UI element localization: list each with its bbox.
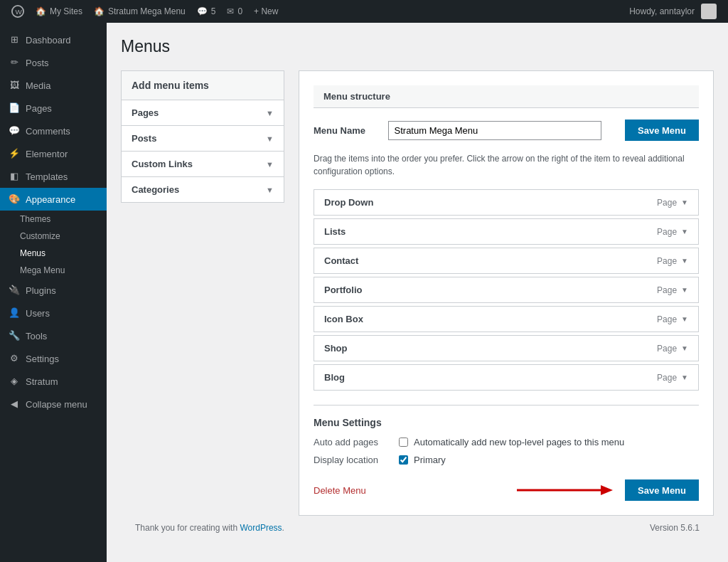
accordion-posts-header[interactable]: Posts ▼ [122,126,284,151]
sidebar-item-posts[interactable]: ✏ Posts [0,51,107,74]
accordion-categories: Categories ▼ [122,177,284,202]
messages-button[interactable]: ✉ 0 [221,0,248,23]
users-icon: 👤 [9,307,20,319]
chevron-down-icon: ▼ [266,134,274,143]
sidebar-item-templates[interactable]: ◧ Templates [0,165,107,188]
auto-add-description: Automatically add new top-level pages to… [414,437,624,447]
sidebar-item-appearance[interactable]: 🎨 Appearance [0,188,107,211]
menu-footer: Delete Menu Save Menu [314,479,699,501]
sidebar-item-label: Posts [26,58,49,68]
menu-settings-section: Menu Settings Auto add pages Automatical… [314,405,699,465]
table-row[interactable]: Contact Page ▼ [314,248,699,274]
chevron-down-icon: ▼ [681,286,688,294]
sidebar-item-customize[interactable]: Customize [0,228,107,245]
auto-add-pages-row: Auto add pages Automatically add new top… [314,437,699,447]
table-row[interactable]: Shop Page ▼ [314,335,699,361]
sidebar-item-mega-menu[interactable]: Mega Menu [0,262,107,279]
table-row[interactable]: Drop Down Page ▼ [314,189,699,216]
sidebar-item-label: Plugins [26,285,56,296]
sidebar-item-dashboard[interactable]: ⊞ Dashboard [0,28,107,51]
sidebar-item-label: Dashboard [26,35,71,46]
save-menu-button-bottom[interactable]: Save Menu [625,479,699,501]
sidebar-item-label: Pages [26,103,52,114]
menu-structure-panel: Menu structure Menu Name Save Menu Drag … [299,70,714,516]
collapse-icon: ◀ [9,398,20,410]
sidebar-item-themes[interactable]: Themes [0,211,107,228]
sidebar-item-users[interactable]: 👤 Users [0,302,107,324]
display-location-label: Display location [314,455,399,465]
posts-icon: ✏ [9,57,20,68]
chevron-down-icon: ▼ [266,160,274,169]
menu-name-input[interactable] [388,121,601,140]
auto-add-label: Auto add pages [314,437,399,447]
sidebar-item-label: Tools [26,331,47,341]
page-title: Menus [121,37,714,56]
sidebar-item-comments[interactable]: 💬 Comments [0,120,107,142]
sidebar-item-media[interactable]: 🖼 Media [0,74,107,97]
chevron-down-icon: ▼ [681,373,688,381]
sidebar-item-elementor[interactable]: ⚡ Elementor [0,142,107,165]
sidebar-item-pages[interactable]: 📄 Pages [0,97,107,120]
wordpress-link[interactable]: WordPress [240,523,282,533]
sidebar-item-tools[interactable]: 🔧 Tools [0,324,107,347]
site-name-button[interactable]: 🏠 Stratum Mega Menu [88,0,191,23]
sidebar-item-plugins[interactable]: 🔌 Plugins [0,279,107,302]
tools-icon: 🔧 [9,330,20,341]
table-row[interactable]: Blog Page ▼ [314,364,699,391]
chevron-down-icon: ▼ [681,257,688,265]
my-sites-button[interactable]: 🏠 My Sites [30,0,88,23]
avatar [701,4,717,19]
sidebar-item-label: Users [26,308,50,319]
sidebar-item-menus[interactable]: Menus [0,245,107,262]
svg-text:W: W [15,8,22,16]
display-location-row: Display location Primary [314,455,699,465]
add-menu-items-panel: Add menu items Pages ▼ Posts ▼ [121,70,284,203]
stratum-icon: ◈ [9,376,20,387]
add-menu-items-title: Add menu items [122,71,284,100]
accordion-pages-header[interactable]: Pages ▼ [122,100,284,125]
accordion-custom-links-header[interactable]: Custom Links ▼ [122,152,284,176]
primary-location-checkbox[interactable] [399,455,408,465]
media-icon: 🖼 [9,80,20,91]
menu-instructions: Drag the items into the order you prefer… [314,152,699,178]
footer-thank-you-text: Thank you for creating with [135,523,237,533]
dashboard-icon: ⊞ [9,34,20,46]
sidebar-item-stratum[interactable]: ◈ Stratum [0,370,107,393]
comment-icon: 💬 [197,6,208,16]
sidebar-item-label: Templates [26,171,68,182]
delete-menu-link[interactable]: Delete Menu [314,485,366,496]
table-row[interactable]: Icon Box Page ▼ [314,306,699,332]
menu-items-list: Drop Down Page ▼ Lists Page ▼ [314,189,699,391]
menu-name-label: Menu Name [314,125,365,136]
wp-logo-button[interactable]: W [6,0,30,23]
elementor-icon: ⚡ [9,148,20,159]
chevron-down-icon: ▼ [681,344,688,352]
accordion-posts: Posts ▼ [122,126,284,152]
svg-marker-3 [601,485,613,495]
table-row[interactable]: Portfolio Page ▼ [314,277,699,303]
user-greeting[interactable]: Howdy, anntaylor [623,0,722,23]
comments-button[interactable]: 💬 5 [191,0,222,23]
save-menu-button-top[interactable]: Save Menu [625,120,699,141]
auto-add-checkbox[interactable] [399,438,408,447]
new-content-button[interactable]: + New [248,0,284,23]
sidebar-item-label: Media [26,80,50,91]
sidebar-item-settings[interactable]: ⚙ Settings [0,347,107,370]
menu-settings-title: Menu Settings [314,417,699,428]
home-icon: 🏠 [36,6,46,16]
message-icon: ✉ [227,6,234,16]
sidebar-item-label: Stratum [26,376,58,387]
sidebar-item-label: Collapse menu [26,399,87,410]
accordion-pages: Pages ▼ [122,100,284,126]
templates-icon: ◧ [9,171,20,182]
table-row[interactable]: Lists Page ▼ [314,218,699,245]
accordion-custom-links: Custom Links ▼ [122,152,284,177]
sidebar-collapse-button[interactable]: ◀ Collapse menu [0,393,107,415]
plugins-icon: 🔌 [9,285,20,296]
accordion-categories-header[interactable]: Categories ▼ [122,177,284,202]
sidebar-item-label: Settings [26,354,59,364]
comments-icon: 💬 [9,125,20,137]
chevron-down-icon: ▼ [266,109,274,117]
site-home-icon: 🏠 [94,6,105,16]
chevron-down-icon: ▼ [681,228,688,235]
